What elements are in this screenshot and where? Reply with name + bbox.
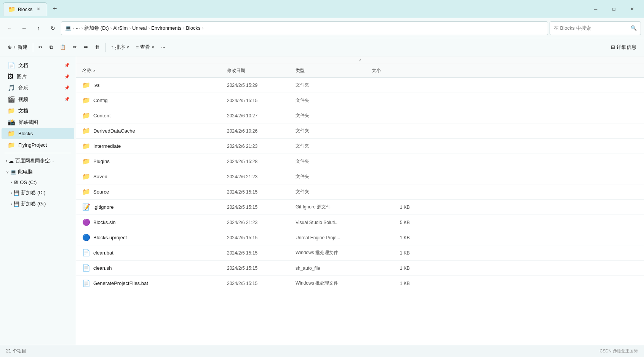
- active-tab[interactable]: 📁 Blocks ✕: [3, 2, 47, 16]
- sidebar-item-label: Blocks: [18, 131, 33, 136]
- file-date: 2024/2/5 15:15: [227, 189, 296, 195]
- address-more-icon[interactable]: ···: [76, 25, 80, 31]
- sidebar-item-thispc[interactable]: ∨ 💻 此电脑: [2, 166, 74, 177]
- sidebar-item-label: 新加卷 (G:): [21, 200, 46, 207]
- file-name-text: Saved: [93, 174, 107, 179]
- file-date: 2024/2/6 21:23: [227, 174, 296, 179]
- file-type: sh_auto_file: [296, 266, 372, 271]
- breadcrumb-blocks[interactable]: Blocks: [186, 25, 200, 31]
- file-date: 2024/2/5 15:15: [227, 235, 296, 240]
- breadcrumb[interactable]: 💻 › ··· › 新加卷 (D:) › AirSim › Unreal › E…: [61, 21, 548, 35]
- addressbar: ← → ↑ ↻ 💻 › ··· › 新加卷 (D:) › AirSim › Un…: [0, 18, 644, 38]
- collapse-arrow[interactable]: ∧: [359, 58, 362, 62]
- view-icon: ≡: [136, 44, 139, 50]
- table-row[interactable]: 🔵 Blocks.uproject 2024/2/5 15:15 Unreal …: [76, 230, 644, 245]
- sidebar-item-music-pinned[interactable]: 🎵 音乐 📌: [2, 82, 74, 93]
- sidebar-item-screenshots[interactable]: 📸 屏幕截图: [2, 117, 74, 128]
- file-name-text: Content: [93, 113, 111, 118]
- copy-button[interactable]: ⧉: [46, 41, 56, 54]
- view-label: 查看: [140, 44, 150, 51]
- table-row[interactable]: 📝 .gitignore 2024/2/5 15:15 Git Ignore 源…: [76, 200, 644, 215]
- file-size: 5 KB: [372, 220, 410, 225]
- table-row[interactable]: 📁 Intermediate 2024/2/6 21:23 文件夹: [76, 139, 644, 154]
- minimize-button[interactable]: ─: [587, 3, 604, 15]
- file-type: 文件夹: [296, 143, 372, 149]
- file-date: 2024/2/6 10:26: [227, 128, 296, 134]
- table-row[interactable]: 🟣 Blocks.sln 2024/2/6 21:23 Visual Studi…: [76, 215, 644, 230]
- sidebar-item-pictures-pinned[interactable]: 🖼 图片 📌: [2, 71, 74, 82]
- file-type: 文件夹: [296, 173, 372, 180]
- table-row[interactable]: 📁 Config 2024/2/5 15:15 文件夹: [76, 93, 644, 108]
- paste-icon: 📋: [60, 44, 66, 50]
- detail-icon: ⊞: [611, 44, 615, 50]
- sidebar-item-ddrive[interactable]: › 💾 新加卷 (D:): [2, 187, 74, 198]
- sidebar-item-blocks[interactable]: 📁 Blocks: [2, 128, 74, 139]
- paste-button[interactable]: 📋: [57, 41, 69, 54]
- breadcrumb-airsim[interactable]: AirSim: [113, 25, 128, 31]
- file-type: 文件夹: [296, 97, 372, 104]
- view-arrow-icon: ∨: [152, 45, 154, 49]
- view-button[interactable]: ≡ 查看 ∨: [133, 41, 158, 54]
- table-row[interactable]: 📁 Source 2024/2/5 15:15 文件夹: [76, 184, 644, 200]
- sidebar-item-flyingproject[interactable]: 📁 FlyingProject: [2, 139, 74, 150]
- forward-button[interactable]: →: [18, 22, 30, 35]
- file-name-text: Blocks.sln: [93, 219, 116, 225]
- file-name-text: Plugins: [93, 158, 110, 164]
- file-name-text: Config: [93, 98, 108, 103]
- table-row[interactable]: 📄 GenerateProjectFiles.bat 2024/2/5 15:1…: [76, 276, 644, 291]
- sidebar-item-baiduyun[interactable]: › ☁ 百度网盘同步空...: [2, 155, 74, 166]
- table-row[interactable]: 📄 clean.bat 2024/2/5 15:15 Windows 批处理文件…: [76, 245, 644, 261]
- col-size[interactable]: 大小: [372, 67, 410, 74]
- new-tab-button[interactable]: +: [49, 3, 61, 15]
- tab-close-button[interactable]: ✕: [35, 5, 42, 13]
- window-controls: ─ □ ✕: [587, 3, 641, 15]
- file-icon: 📁: [82, 188, 90, 196]
- folder-icon: 📁: [8, 107, 15, 114]
- file-name-text: clean.bat: [93, 250, 113, 256]
- col-name[interactable]: 名称 ∧: [82, 67, 227, 74]
- breadcrumb-device-icon: 💻: [65, 25, 71, 31]
- file-date: 2024/2/5 15:15: [227, 205, 296, 210]
- sidebar-item-label: 音乐: [18, 85, 28, 91]
- refresh-button[interactable]: ↻: [46, 22, 59, 35]
- maximize-button[interactable]: □: [605, 3, 623, 15]
- table-row[interactable]: 📁 .vs 2024/2/5 15:29 文件夹: [76, 78, 644, 93]
- file-rows: 📁 .vs 2024/2/5 15:29 文件夹 📁 Config 2024/2…: [76, 78, 644, 291]
- sidebar-item-osdrive[interactable]: › 🖥 OS (C:): [2, 178, 74, 187]
- sidebar-item-documents[interactable]: 📁 文档: [2, 105, 74, 116]
- search-box[interactable]: 🔍: [550, 21, 641, 35]
- breadcrumb-environments[interactable]: Environments: [151, 25, 181, 31]
- sort-button[interactable]: ↑ 排序 ∨: [108, 41, 132, 54]
- delete-button[interactable]: 🗑: [92, 41, 103, 54]
- sidebar-item-gdrive[interactable]: › 💾 新加卷 (G:): [2, 199, 74, 209]
- table-row[interactable]: 📁 DerivedDataCache 2024/2/6 10:26 文件夹: [76, 123, 644, 139]
- breadcrumb-d-drive[interactable]: 新加卷 (D:): [84, 25, 109, 32]
- new-button[interactable]: ⊕ + 新建: [5, 41, 30, 54]
- table-row[interactable]: 📁 Plugins 2024/2/5 15:28 文件夹: [76, 154, 644, 169]
- file-type: 文件夹: [296, 128, 372, 134]
- close-button[interactable]: ✕: [623, 3, 641, 15]
- sidebar-item-video-pinned[interactable]: 🎬 视频 📌: [2, 94, 74, 105]
- expand-icon: ›: [11, 180, 12, 184]
- rename-button[interactable]: ✏: [70, 41, 80, 54]
- col-type[interactable]: 类型: [296, 67, 372, 74]
- sidebar-item-documents-pinned[interactable]: 📄 文档 📌: [2, 60, 74, 71]
- table-row[interactable]: 📄 clean.sh 2024/2/5 15:15 sh_auto_file 1…: [76, 261, 644, 276]
- cut-button[interactable]: ✂: [35, 41, 46, 54]
- share-button[interactable]: ⬆: [81, 41, 91, 54]
- table-row[interactable]: 📁 Saved 2024/2/6 21:23 文件夹: [76, 169, 644, 184]
- col-date[interactable]: 修改日期: [227, 67, 296, 74]
- detail-view-button[interactable]: ⊞ 详细信息: [608, 41, 639, 54]
- breadcrumb-unreal[interactable]: Unreal: [132, 25, 147, 31]
- sidebar-item-label: 文档: [18, 107, 28, 114]
- column-header: 名称 ∧ 修改日期 类型 大小: [76, 64, 644, 78]
- search-input[interactable]: [554, 25, 628, 31]
- cloud-icon: ☁: [9, 158, 14, 164]
- toolbar-separator-2: [105, 43, 105, 52]
- file-size: 1 KB: [372, 266, 410, 271]
- table-row[interactable]: 📁 Content 2024/2/6 10:27 文件夹: [76, 108, 644, 123]
- up-button[interactable]: ↑: [32, 22, 45, 35]
- cut-icon: ✂: [38, 44, 43, 50]
- back-button[interactable]: ←: [3, 22, 16, 35]
- more-options-button[interactable]: ···: [158, 41, 168, 54]
